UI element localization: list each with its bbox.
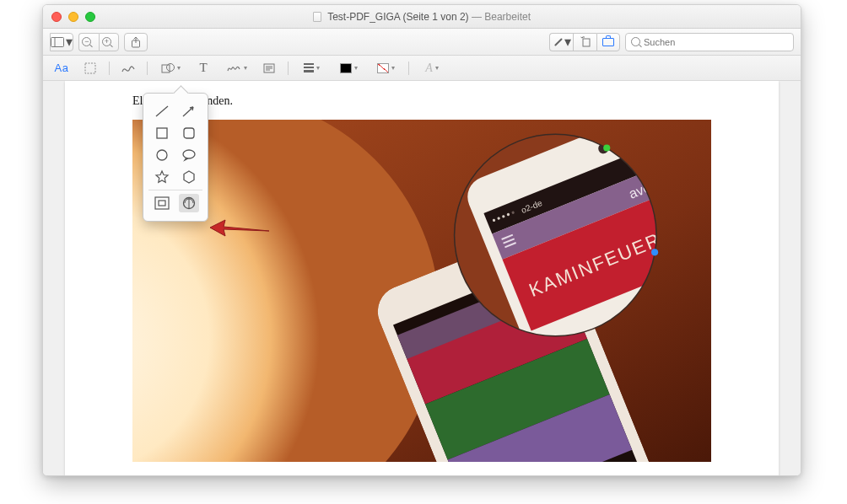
stroke-color-button[interactable]: ▾ (334, 60, 363, 77)
text-color-button[interactable]: A▾ (418, 60, 446, 77)
pointer-arrow-icon (208, 216, 271, 238)
shape-loupe[interactable] (179, 194, 199, 212)
view-group: ▾ (50, 33, 73, 51)
fill-color-button[interactable]: ▾ (371, 60, 400, 77)
preview-window: Test-PDF_GIGA (Seite 1 von 2) — Bearbeit… (42, 4, 801, 476)
note-tool[interactable] (259, 60, 279, 77)
sidebar-view-button[interactable]: ▾ (50, 33, 73, 51)
traffic-lights (51, 12, 95, 22)
shape-arrow[interactable] (179, 102, 199, 121)
title-pageinfo: (Seite 1 von 2) (403, 11, 469, 23)
line-style-button[interactable]: ▾ (297, 60, 326, 77)
svg-line-37 (183, 107, 193, 116)
zoom-button[interactable] (85, 12, 95, 22)
shapes-popover (143, 93, 208, 222)
shape-star[interactable] (152, 168, 172, 186)
shapes-button[interactable]: ▾ (156, 60, 185, 77)
rotate-button[interactable] (573, 33, 596, 51)
svg-line-36 (156, 106, 168, 116)
document-icon (313, 12, 321, 22)
svg-rect-43 (159, 201, 165, 206)
zoom-out-button[interactable]: − (78, 33, 99, 51)
shape-square[interactable] (152, 124, 172, 142)
sketch-tool[interactable] (118, 60, 138, 77)
zoom-group: − + (78, 33, 119, 51)
text-tool[interactable]: T (193, 60, 213, 77)
loupe-handle-side[interactable] (651, 249, 658, 255)
svg-rect-38 (157, 128, 167, 138)
markup-toolbar-button[interactable] (596, 33, 620, 51)
shape-circle[interactable] (152, 146, 172, 164)
svg-rect-0 (51, 37, 64, 46)
window-title: Test-PDF_GIGA (Seite 1 von 2) — Bearbeit… (43, 11, 801, 23)
svg-rect-3 (583, 39, 590, 46)
main-toolbar: ▾ − + ▾ (43, 29, 801, 56)
zoom-in-button[interactable]: + (99, 33, 119, 51)
svg-point-41 (183, 150, 195, 158)
shape-line[interactable] (152, 102, 172, 121)
search-input[interactable] (644, 37, 788, 47)
svg-rect-39 (184, 128, 194, 138)
minimize-button[interactable] (68, 12, 78, 22)
svg-rect-5 (162, 65, 170, 72)
svg-rect-42 (155, 197, 169, 209)
search-field[interactable] (625, 33, 794, 51)
close-button[interactable] (51, 12, 62, 22)
markup-toolbar: Aa ▾ T ▾ ▾ ▾ ▾ A▾ (43, 56, 801, 81)
highlight-button[interactable]: ▾ (549, 33, 573, 51)
svg-point-40 (157, 150, 167, 160)
markup-group: ▾ (549, 33, 620, 51)
shape-speech[interactable] (179, 146, 199, 164)
sign-button[interactable]: ▾ (222, 60, 251, 77)
document-image: o2-de 22:49 avea KAMINFEUER (132, 120, 711, 462)
search-icon (631, 37, 640, 46)
share-button[interactable] (124, 33, 148, 51)
shape-mask[interactable] (152, 194, 172, 212)
title-filename: Test-PDF_GIGA (327, 11, 400, 23)
selection-tool[interactable] (80, 60, 100, 77)
title-status: Bearbeitet (484, 11, 531, 23)
titlebar: Test-PDF_GIGA (Seite 1 von 2) — Bearbeit… (43, 5, 801, 29)
loupe-handle-top[interactable] (603, 144, 610, 151)
svg-point-6 (166, 63, 174, 71)
shape-hexagon[interactable] (179, 168, 199, 186)
text-style-button[interactable]: Aa (51, 60, 72, 77)
shape-rounded-square[interactable] (179, 124, 199, 142)
svg-rect-4 (85, 63, 95, 73)
